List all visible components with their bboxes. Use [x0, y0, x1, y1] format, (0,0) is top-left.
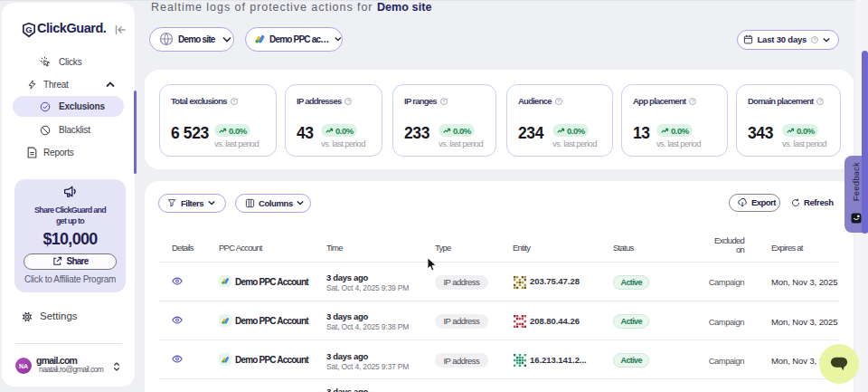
svg-text:G: G — [25, 24, 32, 34]
